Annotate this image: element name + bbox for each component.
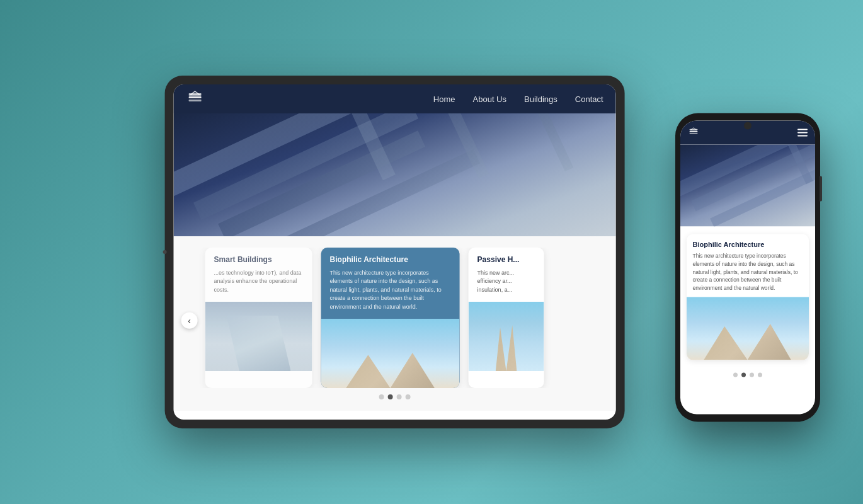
svg-rect-6 [689, 133, 697, 134]
tablet-screen: Home About Us Buildings Contact ‹ [174, 84, 616, 420]
card-description: This new architecture type incorporates … [330, 269, 451, 312]
phone-dot-3[interactable] [750, 372, 754, 377]
beam-decoration [517, 113, 574, 171]
logo-icon [186, 90, 204, 108]
tablet-camera [163, 250, 167, 254]
carousel-card-active: Biophilic Architecture This new architec… [321, 248, 460, 388]
nav-home[interactable]: Home [433, 94, 455, 104]
carousel-dot-4[interactable] [406, 394, 411, 399]
phone-hero-image [680, 145, 815, 227]
phone-card-image [687, 297, 809, 360]
card-image [321, 319, 460, 388]
carousel-dot-3[interactable] [397, 394, 402, 399]
card-title: Smart Buildings [214, 255, 304, 265]
carousel-dot-2[interactable] [388, 394, 393, 399]
phone-dot-2[interactable] [741, 372, 746, 377]
phone-dot-1[interactable] [733, 372, 738, 377]
phone-side-button [820, 176, 822, 202]
card-text-area: Biophilic Architecture This new architec… [321, 248, 460, 319]
nav-buildings[interactable]: Buildings [524, 94, 557, 104]
card-text-area: Passive H... This new arc... efficiency … [469, 248, 544, 302]
card-image [205, 302, 312, 371]
card-text-area: Smart Buildings ...es technology into Io… [205, 248, 312, 302]
phone-camera [744, 122, 752, 130]
hero-background [174, 113, 616, 236]
tablet-navbar: Home About Us Buildings Contact [174, 84, 616, 113]
card-title: Biophilic Architecture [330, 255, 451, 265]
tablet-device: Home About Us Buildings Contact ‹ [165, 76, 625, 428]
card-description: ...es technology into IoT), and data ana… [214, 269, 304, 295]
card-description: This new arc... efficiency ar... insulat… [477, 269, 535, 295]
phone-carousel-dots [680, 367, 815, 381]
hamburger-line [797, 132, 808, 134]
phone-card-text: Biophilic Architecture This new architec… [687, 234, 809, 297]
tablet-logo [186, 90, 204, 108]
glass-building-image [205, 302, 312, 371]
phone-opera-image [687, 297, 809, 360]
svg-rect-2 [189, 100, 202, 101]
phone-card-description: This new architecture type incorporates … [693, 252, 803, 292]
hamburger-menu-icon[interactable] [797, 129, 808, 137]
opera-building-image [321, 319, 460, 388]
svg-rect-4 [689, 131, 697, 132]
nav-about[interactable]: About Us [473, 94, 506, 104]
carousel-dots [174, 388, 616, 404]
carousel-card: Passive H... This new arc... efficiency … [469, 248, 544, 388]
tablet-carousel-section: ‹ Smart Buildings ...es technology into … [174, 236, 616, 411]
hamburger-line [797, 129, 808, 130]
card-image [469, 302, 544, 371]
svg-rect-0 [189, 96, 202, 98]
carousel-dot-1[interactable] [379, 394, 384, 399]
phone-card: Biophilic Architecture This new architec… [687, 234, 809, 360]
carousel-card: Smart Buildings ...es technology into Io… [205, 248, 312, 388]
tablet-nav-links: Home About Us Buildings Contact [433, 93, 603, 105]
card-title: Passive H... [477, 255, 535, 265]
carousel-track: Smart Buildings ...es technology into Io… [174, 248, 616, 388]
phone-logo-icon [688, 127, 699, 139]
phone-card-title: Biophilic Architecture [693, 241, 803, 248]
phone-screen: Biophilic Architecture This new architec… [680, 121, 815, 415]
phone-device: Biophilic Architecture This new architec… [675, 113, 820, 422]
hamburger-line [797, 135, 808, 137]
nav-contact[interactable]: Contact [575, 94, 603, 104]
tablet-hero-image [174, 113, 616, 236]
passive-building-image [469, 302, 544, 371]
phone-hero-background [680, 145, 815, 227]
carousel-prev-button[interactable]: ‹ [181, 312, 198, 328]
phone-dot-4[interactable] [758, 372, 762, 377]
